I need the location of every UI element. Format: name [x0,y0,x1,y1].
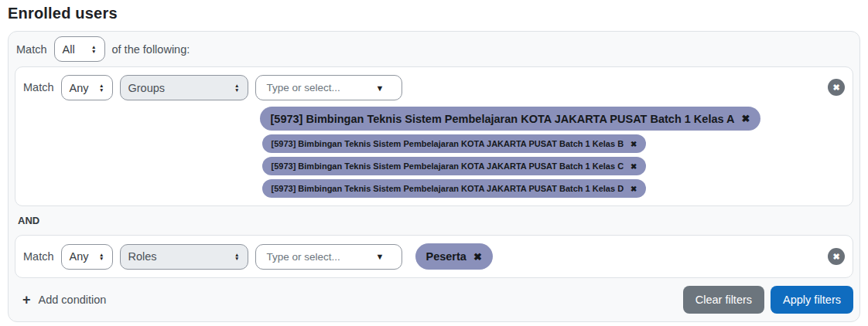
groups-value-column: Type or select... ▼ [5973] Bimbingan Tek… [255,75,761,198]
match-label: Match [23,75,54,100]
match-any-value: Any [70,250,89,263]
add-condition-label: Add condition [39,294,107,306]
filter-type-select-roles[interactable]: Roles ▲▼ [120,244,248,270]
filter-condition-roles: Match Any ▲▼ Roles ▲▼ Type or select... … [15,235,853,278]
close-icon: ✖ [832,83,839,93]
groups-value-combobox[interactable]: Type or select... ▼ [255,75,402,100]
selected-group-pill: [5973] Bimbingan Teknis Sistem Pembelaja… [262,157,647,175]
remove-icon[interactable]: ✖ [630,140,637,148]
and-label: AND [18,215,39,226]
participants-filter-page: Enrolled users Match All ▲▼ of the follo… [0,0,868,325]
remove-icon[interactable]: ✖ [630,162,637,171]
select-arrows-icon: ▲▼ [91,45,96,53]
filter-type-value: Groups [128,82,166,94]
select-arrows-icon: ▲▼ [234,253,239,260]
of-the-following-label: of the following: [112,43,190,56]
pill-label: [5973] Bimbingan Teknis Sistem Pembelaja… [272,161,624,171]
select-arrows-icon: ▲▼ [234,83,239,91]
remove-condition-button[interactable]: ✖ [828,79,845,96]
pill-label: Peserta [426,250,466,263]
add-condition-button[interactable]: + Add condition [22,293,106,307]
apply-filters-button[interactable]: Apply filters [771,286,853,314]
plus-icon: + [22,293,31,307]
combobox-placeholder: Type or select... [267,251,340,263]
filter-type-select-groups[interactable]: Groups ▲▼ [120,75,248,100]
filter-footer-row: + Add condition Clear filters Apply filt… [9,278,859,321]
pill-label: [5973] Bimbingan Teknis Sistem Pembelaja… [272,139,624,148]
match-all-value: All [63,43,75,56]
condition-joiner: AND [9,206,859,235]
remove-icon[interactable]: ✖ [742,113,750,124]
remove-icon[interactable]: ✖ [473,251,482,263]
remove-condition-button[interactable]: ✖ [828,248,845,265]
match-any-select[interactable]: Any ▲▼ [61,75,113,100]
filter-type-value: Roles [128,250,157,263]
clear-filters-button[interactable]: Clear filters [683,286,764,314]
pill-label: [5973] Bimbingan Teknis Sistem Pembelaja… [272,184,624,193]
selected-group-pill: [5973] Bimbingan Teknis Sistem Pembelaja… [260,107,761,131]
filter-header-row: Match All ▲▼ of the following: [9,32,859,66]
match-label: Match [23,244,54,270]
dropdown-icon[interactable]: ▼ [376,83,391,93]
close-icon: ✖ [832,252,839,262]
match-any-value: Any [70,82,89,94]
select-arrows-icon: ▲▼ [99,253,104,260]
combobox-placeholder: Type or select... [267,82,340,93]
selected-group-pill: [5973] Bimbingan Teknis Sistem Pembelaja… [262,134,647,153]
roles-value-combobox[interactable]: Type or select... ▼ [255,244,402,270]
match-any-select[interactable]: Any ▲▼ [61,244,113,270]
page-title: Enrolled users [8,5,860,22]
select-arrows-icon: ▲▼ [99,83,104,91]
match-all-select[interactable]: All ▲▼ [54,36,105,62]
selected-group-pill: [5973] Bimbingan Teknis Sistem Pembelaja… [262,179,647,198]
dropdown-icon[interactable]: ▼ [376,252,391,261]
selected-role-pill: Peserta ✖ [415,243,493,270]
filter-condition-groups: Match Any ▲▼ Groups ▲▼ Type or select... [15,66,853,206]
pill-label: [5973] Bimbingan Teknis Sistem Pembelaja… [271,113,735,125]
remove-icon[interactable]: ✖ [630,185,637,193]
filters-container: Match All ▲▼ of the following: Match Any… [8,31,860,322]
match-label: Match [16,43,47,56]
